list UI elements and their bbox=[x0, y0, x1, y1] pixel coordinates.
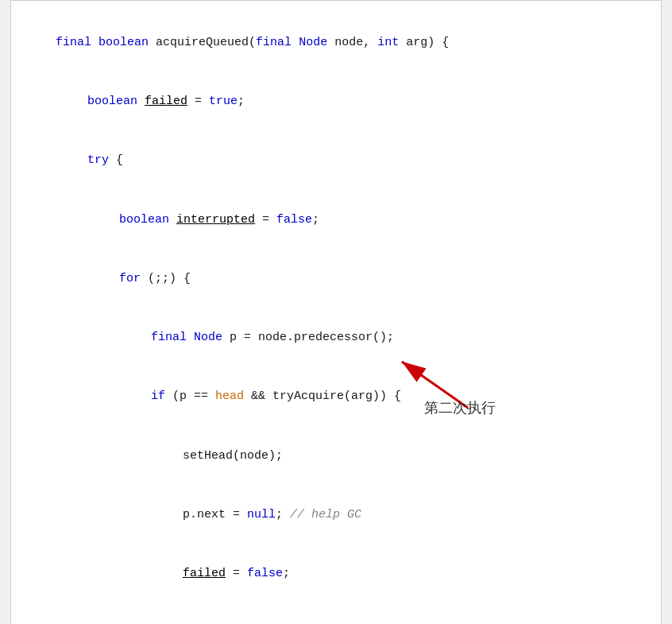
ref-head: head bbox=[215, 390, 244, 403]
code-line-10: failed = false; bbox=[27, 545, 645, 603]
code-line-1: final boolean acquireQueued(final Node n… bbox=[27, 14, 645, 72]
keyword-final: final bbox=[56, 36, 91, 49]
keyword-boolean3: boolean bbox=[119, 213, 169, 227]
code-line-9: p.next = null; // help GC bbox=[27, 486, 645, 545]
keyword-final2: final bbox=[256, 36, 292, 49]
keyword-try: try bbox=[87, 153, 109, 167]
keyword-boolean: boolean bbox=[98, 36, 149, 49]
keyword-if: if bbox=[151, 390, 165, 403]
code-line-3: try { bbox=[27, 132, 645, 191]
var-failed: failed bbox=[145, 95, 187, 108]
kw-false: false bbox=[276, 213, 312, 227]
keyword-final3: final bbox=[151, 331, 187, 344]
type-node2: Node bbox=[194, 331, 222, 344]
kw-true: true bbox=[209, 95, 238, 108]
code-line-2: boolean failed = true; bbox=[27, 72, 645, 131]
code-line-4: boolean interrupted = false; bbox=[27, 191, 645, 250]
code-line-5: for (;;) { bbox=[27, 250, 645, 308]
code-line-6: final Node p = node.predecessor(); bbox=[27, 308, 645, 367]
kw-false2: false bbox=[247, 567, 283, 580]
keyword-for: for bbox=[119, 272, 141, 285]
code-line-8: setHead(node); bbox=[27, 427, 645, 486]
var-interrupted: interrupted bbox=[176, 213, 255, 227]
code-editor: final boolean acquireQueued(final Node n… bbox=[10, 0, 662, 624]
code-line-11: return interrupted; bbox=[27, 604, 645, 625]
code-line-7: if (p == head && tryAcquire(arg)) { bbox=[27, 368, 645, 427]
keyword-boolean2: boolean bbox=[87, 95, 137, 108]
kw-null: null bbox=[247, 508, 276, 521]
comment-gc: // help GC bbox=[290, 508, 361, 521]
var-failed2: failed bbox=[183, 567, 226, 580]
type-node: Node bbox=[299, 36, 327, 49]
type-int: int bbox=[377, 36, 399, 49]
